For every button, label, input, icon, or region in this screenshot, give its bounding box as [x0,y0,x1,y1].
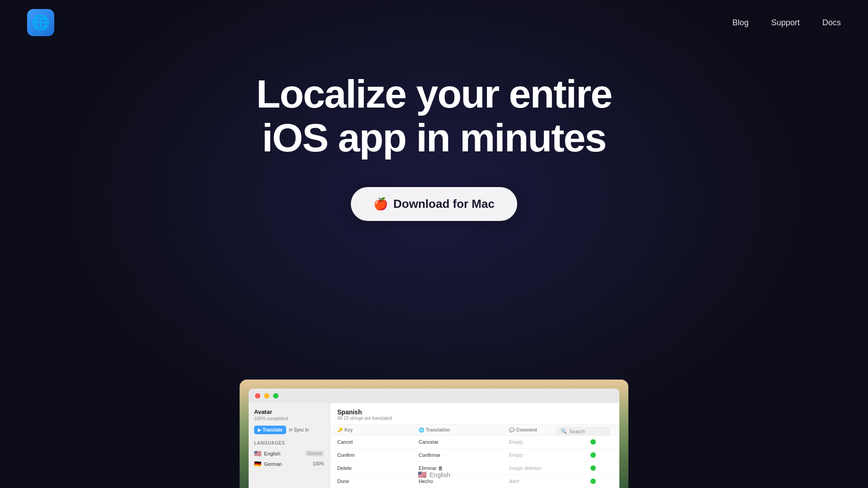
apple-icon: 🍎 [373,197,388,211]
nav-link-blog[interactable]: Blog [732,18,749,28]
navbar: 🌐 Blog Support Docs [0,0,868,45]
play-icon: ▶ [258,427,261,432]
translate-button[interactable]: ▶ Translate [254,426,286,434]
footer-flag: 🇺🇸 [418,470,427,479]
cell-translation-0: Cancelar [419,439,509,445]
sync-label: Sync In [294,427,309,432]
state-dot-0 [590,439,596,445]
lang-badge-english: Source [305,450,324,456]
logo[interactable]: 🌐 [27,9,54,36]
hero-title-line2: iOS app in minutes [262,115,606,160]
cell-comment-1: Empty [509,452,590,458]
flag-english: 🇺🇸 [254,450,261,457]
app-logo-icon: 🌐 [27,9,54,36]
languages-label: Languages [254,441,324,446]
hero-title-line1: Localize your entire [256,71,612,116]
download-button-label: Download for Mac [393,197,495,211]
nav-link-docs[interactable]: Docs [822,18,841,28]
selected-language-subtitle: All 19 strings are translated [337,416,612,421]
comment-header-icon: 💬 [509,427,514,432]
lang-english[interactable]: 🇺🇸 English Source [254,448,324,459]
globe-header-icon: 🌐 [419,427,424,432]
cell-comment-0: Empty [509,439,590,445]
translation-header-label: Translation [426,427,450,432]
project-status: 100% completed [254,416,324,421]
translate-label: Translate [263,427,283,432]
cell-key-1: Confirm [337,452,419,458]
traffic-light-green[interactable] [273,393,278,399]
sync-icon: ⟳ [289,427,292,432]
nav-links: Blog Support Docs [732,18,841,28]
key-header-icon: 🔑 [337,427,343,432]
key-header-label: Key [344,427,353,432]
cell-translation-1: Confirmar [419,452,509,458]
cell-state-1 [590,452,612,458]
hero-title: Localize your entire iOS app in minutes [256,72,612,160]
footer: 🇺🇸 English [0,461,868,488]
lang-name-english: English [264,451,280,456]
selected-language-title: Spanish [337,408,612,416]
sidebar-actions: ▶ Translate ⟳ Sync In [254,426,324,434]
col-header-translation: 🌐 Translation [419,427,509,432]
traffic-light-red[interactable] [255,393,260,399]
footer-language: 🇺🇸 English [418,470,450,479]
search-icon: 🔍 [561,428,567,434]
sync-button[interactable]: ⟳ Sync In [289,426,309,434]
comment-header-label: Comment [516,427,537,432]
footer-language-label: English [429,471,450,479]
state-dot-1 [590,452,596,458]
cell-key-0: Cancel [337,439,419,445]
search-bar[interactable]: 🔍 Search [556,427,610,436]
main-header: Spanish All 19 strings are translated [330,403,619,425]
search-placeholder: Search [569,429,585,434]
project-name: Avatar [254,408,324,415]
traffic-light-yellow[interactable] [264,393,269,399]
col-header-key: 🔑 Key [337,427,419,432]
table-row[interactable]: Cancel Cancelar Empty [330,436,619,449]
cell-state-0 [590,439,612,445]
nav-link-support[interactable]: Support [771,18,800,28]
window-titlebar [249,389,619,403]
table-row[interactable]: Confirm Confirmar Empty [330,449,619,462]
download-button[interactable]: 🍎 Download for Mac [351,187,517,221]
globe-icon: 🌐 [32,14,50,31]
